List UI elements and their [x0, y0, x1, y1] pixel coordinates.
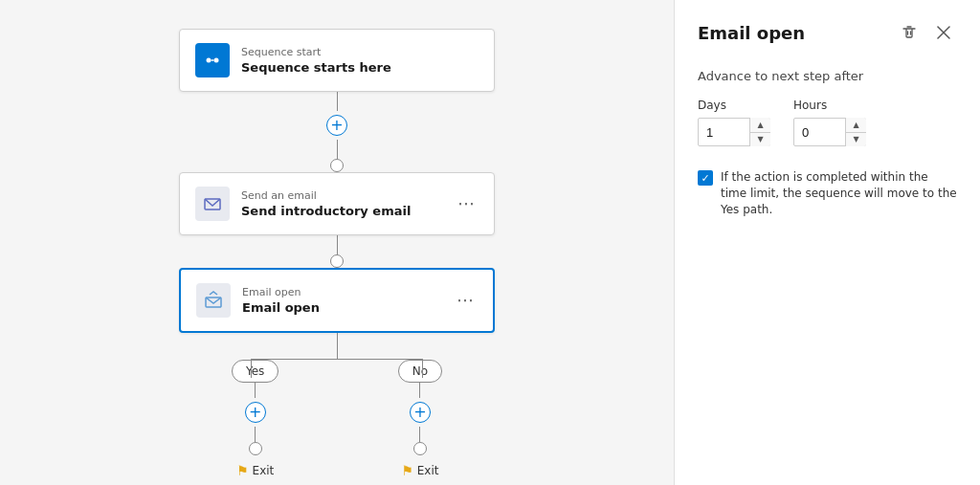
panel-header-actions: [896, 19, 957, 46]
hours-spinners: ▲ ▼: [845, 118, 866, 146]
yes-line: [255, 383, 256, 398]
line-1b: [337, 140, 338, 159]
line-2: [337, 235, 338, 254]
no-branch: No + ⚑ Exit: [398, 360, 442, 478]
time-inputs: Days ▲ ▼ Hours ▲ ▼: [698, 99, 957, 146]
yes-circle: [249, 442, 262, 455]
branch-labels-row: Yes + ⚑ Exit No +: [174, 360, 500, 478]
branch-split: [174, 333, 500, 360]
send-email-title: Send introductory email: [241, 204, 454, 218]
sequence-start-node[interactable]: Sequence start Sequence starts here: [179, 29, 495, 92]
sequence-start-title: Sequence starts here: [241, 60, 479, 75]
days-input-group: Days ▲ ▼: [698, 99, 770, 146]
send-email-subtitle: Send an email: [241, 189, 454, 202]
checkmark-icon: ✓: [701, 173, 709, 184]
email-open-title: Email open: [242, 300, 453, 315]
branch-top-line: [337, 333, 338, 360]
advance-label: Advance to next step after: [698, 69, 957, 83]
no-line: [419, 383, 420, 398]
flow-container: Sequence start Sequence starts here + Se…: [174, 19, 500, 478]
sequence-start-icon: [195, 43, 230, 77]
days-input-wrap: ▲ ▼: [698, 118, 770, 146]
branch-right-vert: [422, 359, 423, 378]
days-spinners: ▲ ▼: [749, 118, 770, 146]
delete-icon: [902, 25, 917, 40]
email-open-node[interactable]: Email open Email open ⋯: [179, 268, 495, 333]
add-step-yes[interactable]: +: [245, 402, 266, 423]
branch-left-vert: [251, 359, 252, 378]
yes-label[interactable]: Yes: [232, 360, 278, 383]
right-panel: Email open Advance to next step after Da…: [674, 0, 980, 485]
yes-line2: [255, 427, 256, 442]
add-step-1[interactable]: +: [326, 115, 347, 136]
email-open-icon: [196, 283, 231, 318]
svg-point-1: [214, 58, 219, 63]
sequence-start-subtitle: Sequence start: [241, 46, 479, 58]
no-circle: [413, 442, 427, 455]
no-exit-label: Exit: [417, 464, 439, 477]
checkbox-row: ✓ If the action is completed within the …: [698, 169, 957, 217]
hours-increment[interactable]: ▲: [846, 118, 866, 133]
hours-decrement[interactable]: ▼: [846, 133, 866, 147]
sequence-start-content: Sequence start Sequence starts here: [241, 46, 479, 75]
send-email-content: Send an email Send introductory email: [241, 189, 454, 218]
line-1: [337, 92, 338, 111]
yes-flag-icon: ⚑: [236, 463, 249, 478]
send-email-node[interactable]: Send an email Send introductory email ⋯: [179, 172, 495, 235]
days-label: Days: [698, 99, 770, 112]
days-decrement[interactable]: ▼: [750, 133, 770, 147]
connector-2: [330, 235, 344, 268]
connector-1: +: [326, 92, 347, 172]
branch-root: Yes + ⚑ Exit No +: [174, 333, 500, 478]
circle-1: [330, 159, 344, 172]
checkbox-label: If the action is completed within the ti…: [721, 169, 957, 217]
email-open-menu[interactable]: ⋯: [453, 290, 478, 311]
delete-button[interactable]: [896, 19, 923, 46]
panel-title: Email open: [698, 23, 805, 43]
branch-horiz-line: [251, 359, 423, 360]
email-open-content: Email open Email open: [242, 286, 453, 315]
canvas-area: Sequence start Sequence starts here + Se…: [0, 0, 674, 485]
checkbox[interactable]: ✓: [698, 170, 713, 186]
svg-point-0: [207, 58, 212, 63]
hours-label: Hours: [793, 99, 866, 112]
yes-exit-label: Exit: [253, 464, 275, 477]
email-open-subtitle: Email open: [242, 286, 453, 298]
send-email-icon: [195, 187, 230, 221]
hours-input-wrap: ▲ ▼: [793, 118, 866, 146]
send-email-menu[interactable]: ⋯: [454, 193, 479, 214]
yes-branch: Yes + ⚑ Exit: [232, 360, 278, 478]
panel-header: Email open: [698, 19, 957, 46]
yes-exit: ⚑ Exit: [236, 463, 274, 478]
no-flag-icon: ⚑: [401, 463, 413, 478]
close-icon: [937, 26, 950, 39]
days-increment[interactable]: ▲: [750, 118, 770, 133]
no-exit: ⚑ Exit: [401, 463, 438, 478]
hours-input-group: Hours ▲ ▼: [793, 99, 866, 146]
close-button[interactable]: [930, 19, 957, 46]
no-label[interactable]: No: [398, 360, 442, 383]
circle-2: [330, 254, 344, 268]
add-step-no[interactable]: +: [410, 402, 431, 423]
no-line2: [419, 427, 420, 442]
